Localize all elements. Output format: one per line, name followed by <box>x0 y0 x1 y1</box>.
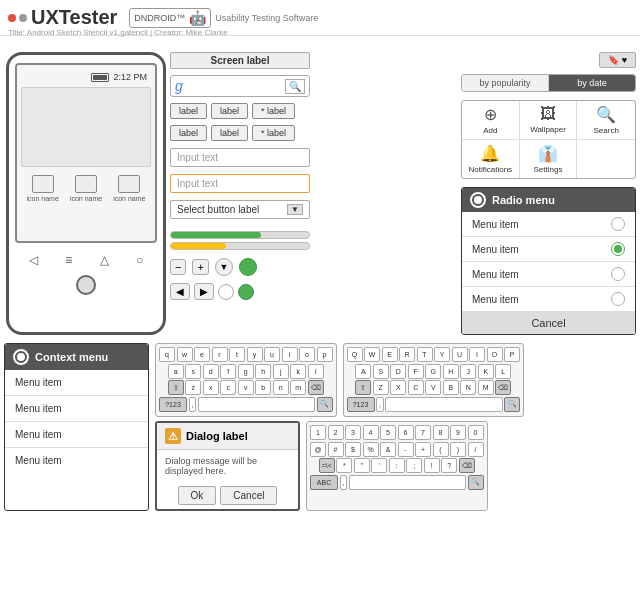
key-shift-2[interactable]: ⇧ <box>355 380 371 395</box>
key-x[interactable]: x <box>203 380 219 395</box>
key-c[interactable]: c <box>220 380 236 395</box>
key-n[interactable]: n <box>273 380 289 395</box>
key-space-2[interactable] <box>385 397 502 412</box>
key-C[interactable]: C <box>408 380 424 395</box>
key-s[interactable]: s <box>185 364 201 379</box>
key-123-1[interactable]: ?123 <box>159 397 187 412</box>
key-hash[interactable]: # <box>328 442 344 457</box>
key-amp[interactable]: & <box>380 442 396 457</box>
radio-item-1[interactable]: Menu item <box>462 212 635 237</box>
key-g[interactable]: g <box>238 364 254 379</box>
phone-menu-icon[interactable]: ≡ <box>65 253 72 267</box>
key-b[interactable]: b <box>255 380 271 395</box>
key-v[interactable]: v <box>238 380 254 395</box>
key-7[interactable]: 7 <box>415 425 431 440</box>
key-H[interactable]: H <box>443 364 459 379</box>
key-5[interactable]: 5 <box>380 425 396 440</box>
key-backspace-3[interactable]: ⌫ <box>459 458 475 473</box>
forward-arrow-button[interactable]: ▶ <box>194 283 214 300</box>
key-dollar[interactable]: $ <box>345 442 361 457</box>
key-a[interactable]: a <box>168 364 184 379</box>
key-M[interactable]: M <box>478 380 494 395</box>
key-6[interactable]: 6 <box>398 425 414 440</box>
key-h[interactable]: h <box>255 364 271 379</box>
key-e[interactable]: e <box>194 347 210 362</box>
key-3[interactable]: 3 <box>345 425 361 440</box>
context-item-2[interactable]: Menu item <box>5 396 148 422</box>
key-0[interactable]: 0 <box>468 425 484 440</box>
context-item-4[interactable]: Menu item <box>5 448 148 473</box>
key-y[interactable]: y <box>247 347 263 362</box>
key-minus[interactable]: - <box>398 442 414 457</box>
key-O[interactable]: O <box>487 347 503 362</box>
key-A[interactable]: A <box>355 364 371 379</box>
key-123-2[interactable]: ?123 <box>347 397 375 412</box>
select-button[interactable]: Select button label ▼ <box>170 200 310 219</box>
key-B[interactable]: B <box>443 380 459 395</box>
key-num-sym[interactable]: =\< <box>319 458 335 473</box>
key-f[interactable]: f <box>220 364 236 379</box>
zoom-circle-btn[interactable]: ▼ <box>215 258 233 276</box>
key-excl[interactable]: ! <box>424 458 440 473</box>
key-shift[interactable]: ⇧ <box>168 380 184 395</box>
key-r[interactable]: r <box>212 347 228 362</box>
key-I[interactable]: I <box>469 347 485 362</box>
key-P[interactable]: P <box>504 347 520 362</box>
key-percent[interactable]: % <box>363 442 379 457</box>
radio-item-2[interactable]: Menu item <box>462 237 635 262</box>
key-lparen[interactable]: ( <box>433 442 449 457</box>
key-W[interactable]: W <box>364 347 380 362</box>
input-field-2[interactable]: Input text <box>170 174 310 193</box>
radio-cancel-button[interactable]: Cancel <box>462 312 635 334</box>
key-star[interactable]: * <box>336 458 352 473</box>
key-9[interactable]: 9 <box>450 425 466 440</box>
key-i[interactable]: i <box>282 347 298 362</box>
phone-home-icon[interactable]: △ <box>100 253 109 267</box>
tab-date[interactable]: by date <box>549 75 635 91</box>
key-rparen[interactable]: ) <box>450 442 466 457</box>
key-E[interactable]: E <box>382 347 398 362</box>
key-S[interactable]: S <box>373 364 389 379</box>
action-add[interactable]: ⊕ Add <box>462 101 520 140</box>
zoom-minus-button[interactable]: − <box>170 259 186 275</box>
key-4[interactable]: 4 <box>363 425 379 440</box>
search-input[interactable] <box>187 80 281 92</box>
key-L[interactable]: L <box>495 364 511 379</box>
key-K[interactable]: K <box>478 364 494 379</box>
key-V[interactable]: V <box>425 380 441 395</box>
key-space-1[interactable] <box>198 397 315 412</box>
key-R[interactable]: R <box>399 347 415 362</box>
key-N[interactable]: N <box>460 380 476 395</box>
key-search-1[interactable]: 🔍 <box>317 397 333 412</box>
key-U[interactable]: U <box>452 347 468 362</box>
key-z[interactable]: z <box>185 380 201 395</box>
key-k[interactable]: k <box>290 364 306 379</box>
key-search-2[interactable]: 🔍 <box>504 397 520 412</box>
key-question[interactable]: ? <box>441 458 457 473</box>
key-Y[interactable]: Y <box>434 347 450 362</box>
input-field-1[interactable]: Input text <box>170 148 310 167</box>
key-quote[interactable]: " <box>354 458 370 473</box>
action-search[interactable]: 🔍 Search <box>577 101 635 140</box>
key-D[interactable]: D <box>390 364 406 379</box>
key-at[interactable]: @ <box>310 442 326 457</box>
key-X[interactable]: X <box>390 380 406 395</box>
key-backspace-2[interactable]: ⌫ <box>495 380 511 395</box>
phone-back-icon[interactable]: ◁ <box>29 253 38 267</box>
action-settings[interactable]: 👔 Settings <box>520 140 578 178</box>
action-notifications[interactable]: 🔔 Notifications <box>462 140 520 178</box>
action-wallpaper[interactable]: 🖼 Wallpaper <box>520 101 578 140</box>
phone-home-button[interactable] <box>76 275 96 295</box>
key-8[interactable]: 8 <box>433 425 449 440</box>
key-t[interactable]: t <box>229 347 245 362</box>
key-q[interactable]: q <box>159 347 175 362</box>
radio-item-3[interactable]: Menu item <box>462 262 635 287</box>
search-bar[interactable]: g 🔍 <box>170 75 310 97</box>
key-d[interactable]: d <box>203 364 219 379</box>
key-search-3[interactable]: 🔍 <box>468 475 484 490</box>
key-m[interactable]: m <box>290 380 306 395</box>
context-item-1[interactable]: Menu item <box>5 370 148 396</box>
key-Q[interactable]: Q <box>347 347 363 362</box>
key-comma-3[interactable]: , <box>340 475 348 490</box>
search-submit-icon[interactable]: 🔍 <box>285 79 305 94</box>
